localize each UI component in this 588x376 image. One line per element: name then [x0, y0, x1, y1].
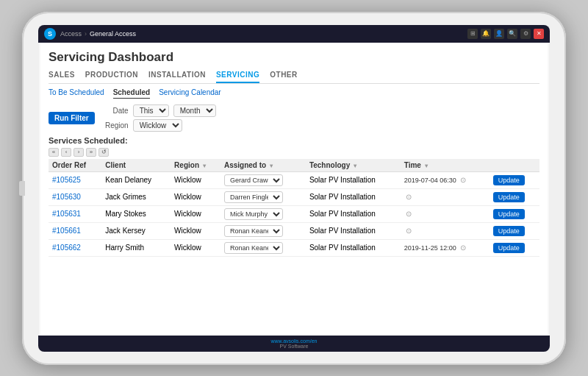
technology-3: Solar PV Installation: [306, 222, 401, 239]
date-filter-line: Date This Month: [102, 104, 216, 117]
tab-production[interactable]: PRODUCTION: [85, 71, 138, 83]
client-0: Kean Delaney: [101, 171, 171, 188]
order-ref-1[interactable]: #105630: [52, 193, 81, 201]
date-filter-label: Date: [102, 107, 129, 115]
section-label: Services Scheduled:: [49, 136, 539, 145]
assigned-select-1[interactable]: Darren Fingleton: [224, 191, 283, 203]
client-1: Jack Grimes: [101, 188, 171, 205]
assigned-select-0[interactable]: Gerard Crawford: [224, 174, 283, 186]
tab-installation[interactable]: INSTALLATION: [148, 71, 206, 83]
region-filter-label: Region: [102, 121, 129, 130]
assigned-select-2[interactable]: Mick Murphy: [224, 208, 283, 220]
user-icon[interactable]: 👤: [494, 29, 504, 39]
footer-sub: PV Software: [280, 344, 309, 349]
run-filter-button[interactable]: Run Filter: [49, 112, 95, 124]
tab-sales[interactable]: SALES: [49, 71, 75, 83]
technology-1: Solar PV Installation: [306, 188, 401, 205]
date-this-select[interactable]: This: [133, 104, 169, 117]
col-time: Time ▾: [401, 159, 490, 172]
app-logo: S: [44, 28, 56, 40]
col-action: [490, 159, 539, 172]
region-1: Wicklow: [171, 188, 220, 205]
update-btn-2[interactable]: Update: [493, 209, 525, 219]
time-input-4: 2019-11-25 12:00: [404, 244, 456, 252]
home-button[interactable]: [19, 181, 25, 196]
subtab-scheduled[interactable]: Scheduled: [113, 88, 151, 99]
footer-text: www.avsolis.com/en PV Software: [270, 338, 317, 349]
bell-icon[interactable]: 🔔: [481, 29, 491, 39]
clock-icon-2[interactable]: ⊙: [406, 210, 412, 218]
col-region: Region ▾: [171, 159, 220, 172]
filter-group: Date This Month Region Wicklow: [102, 104, 216, 132]
technology-4: Solar PV Installation: [306, 239, 401, 256]
col-assigned-to: Assigned to ▾: [220, 159, 306, 172]
subtab-to-be-scheduled[interactable]: To Be Scheduled: [49, 88, 104, 99]
date-unit-select[interactable]: Month: [173, 104, 216, 117]
clock-icon-0[interactable]: ⊙: [460, 176, 466, 184]
col-client: Client: [101, 159, 171, 172]
content-area: Servicing Dashboard SALES PRODUCTION INS…: [38, 43, 550, 336]
client-4: Harry Smith: [101, 239, 171, 256]
close-icon[interactable]: ✕: [534, 29, 544, 39]
top-bar: S Access › General Access ⊞ 🔔 👤 🔍 ⚙ ✕: [38, 25, 550, 43]
client-3: Jack Kersey: [101, 222, 171, 239]
tab-servicing[interactable]: SERVICING: [216, 71, 259, 83]
table-row: #105661 Jack Kersey Wicklow Ronan Keane …: [49, 222, 539, 239]
clock-icon-4[interactable]: ⊙: [460, 244, 466, 252]
main-tabs: SALES PRODUCTION INSTALLATION SERVICING …: [49, 71, 539, 84]
client-2: Mary Stokes: [101, 205, 171, 222]
table-row: #105631 Mary Stokes Wicklow Mick Murphy …: [49, 205, 539, 222]
order-ref-4[interactable]: #105662: [52, 244, 81, 252]
col-order-ref: Order Ref: [49, 159, 101, 172]
order-ref-0[interactable]: #105625: [52, 176, 81, 184]
region-4: Wicklow: [171, 239, 220, 256]
region-3: Wicklow: [171, 222, 220, 239]
sub-tabs: To Be Scheduled Scheduled Servicing Cale…: [49, 88, 539, 99]
grid-icon[interactable]: ⊞: [467, 29, 478, 39]
region-filter-line: Region Wicklow: [102, 119, 216, 132]
update-btn-0[interactable]: Update: [493, 175, 525, 185]
bottom-bar: www.avsolis.com/en PV Software: [38, 336, 550, 352]
subtab-servicing-calendar[interactable]: Servicing Calendar: [159, 88, 221, 99]
table-row: #105630 Jack Grimes Wicklow Darren Fingl…: [49, 188, 539, 205]
services-table: Order Ref Client Region ▾ Assigned to ▾: [49, 159, 539, 257]
technology-2: Solar PV Installation: [306, 205, 401, 222]
gear-icon[interactable]: ⚙: [520, 29, 531, 39]
technology-0: Solar PV Installation: [306, 171, 401, 188]
breadcrumb-item-1[interactable]: Access: [60, 30, 82, 38]
nav-next[interactable]: ›: [74, 148, 84, 157]
nav-refresh[interactable]: ↺: [98, 148, 109, 157]
nav-first[interactable]: «: [49, 148, 59, 157]
search-icon[interactable]: 🔍: [507, 29, 517, 39]
update-btn-4[interactable]: Update: [493, 243, 525, 253]
tablet-frame: S Access › General Access ⊞ 🔔 👤 🔍 ⚙ ✕ Se…: [22, 12, 566, 365]
region-select[interactable]: Wicklow: [133, 119, 182, 132]
table-nav: « ‹ › » ↺: [49, 148, 539, 157]
order-ref-2[interactable]: #105631: [52, 210, 81, 218]
col-technology: Technology ▾: [306, 159, 401, 172]
region-0: Wicklow: [171, 171, 220, 188]
nav-last[interactable]: »: [86, 148, 96, 157]
region-2: Wicklow: [171, 205, 220, 222]
table-row: #105625 Kean Delaney Wicklow Gerard Craw…: [49, 171, 539, 188]
table-row: #105662 Harry Smith Wicklow Ronan Keane …: [49, 239, 539, 256]
update-btn-3[interactable]: Update: [493, 226, 525, 236]
assigned-select-3[interactable]: Ronan Keane: [224, 225, 283, 237]
time-input-0: 2019-07-04 06:30: [404, 177, 456, 184]
order-ref-3[interactable]: #105661: [52, 227, 81, 235]
assigned-select-4[interactable]: Ronan Keane: [224, 242, 283, 254]
tablet-screen: S Access › General Access ⊞ 🔔 👤 🔍 ⚙ ✕ Se…: [38, 25, 550, 352]
update-btn-1[interactable]: Update: [493, 192, 525, 202]
filter-row: Run Filter Date This Month Region: [49, 104, 539, 132]
page-title: Servicing Dashboard: [49, 50, 539, 65]
breadcrumb-item-2[interactable]: General Access: [90, 30, 136, 38]
clock-icon-1[interactable]: ⊙: [406, 193, 412, 201]
top-bar-icons: ⊞ 🔔 👤 🔍 ⚙ ✕: [467, 29, 544, 39]
footer-brand: www.avsolis.com/en: [270, 338, 317, 344]
tab-other[interactable]: OTHER: [270, 71, 298, 83]
nav-prev[interactable]: ‹: [61, 148, 71, 157]
breadcrumb: Access › General Access: [60, 30, 467, 38]
clock-icon-3[interactable]: ⊙: [406, 227, 412, 235]
breadcrumb-sep: ›: [85, 30, 87, 38]
